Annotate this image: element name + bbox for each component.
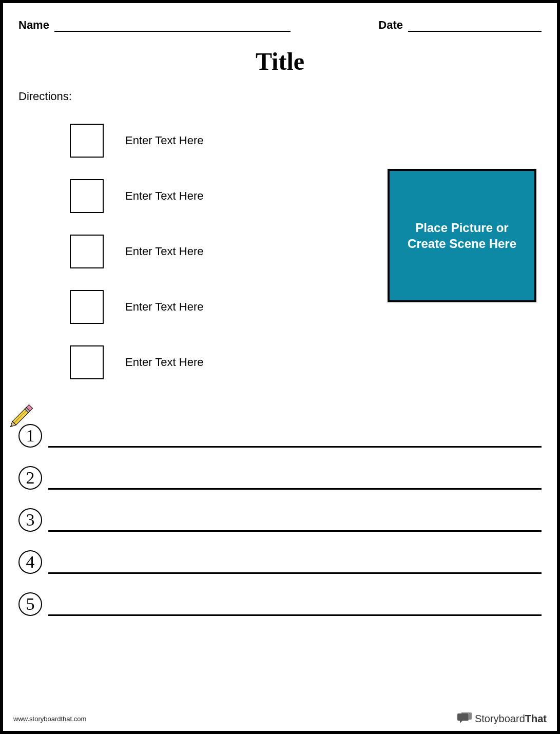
header-row: Name Date [18, 18, 542, 32]
speech-bubble-icon [457, 712, 472, 725]
worksheet-page: Name Date Title Directions: Enter Text H… [0, 0, 560, 734]
checklist-text[interactable]: Enter Text Here [125, 300, 203, 314]
numbered-line: 1 [18, 424, 542, 448]
line-number: 2 [18, 466, 42, 490]
numbered-line: 5 [18, 592, 542, 616]
mid-section: Enter Text Here Enter Text Here Enter Te… [18, 124, 542, 411]
checkbox[interactable] [70, 290, 104, 324]
checklist-text[interactable]: Enter Text Here [125, 189, 203, 203]
checklist-text[interactable]: Enter Text Here [125, 356, 203, 369]
name-field-group: Name [18, 18, 291, 32]
checklist-column: Enter Text Here Enter Text Here Enter Te… [70, 124, 203, 401]
checklist-row: Enter Text Here [70, 124, 203, 158]
checklist-row: Enter Text Here [70, 235, 203, 268]
line-number: 3 [18, 508, 42, 532]
checklist-text[interactable]: Enter Text Here [125, 134, 203, 147]
date-label: Date [378, 18, 403, 32]
date-input-line[interactable] [408, 22, 542, 32]
svg-line-3 [14, 411, 27, 423]
name-label: Name [18, 18, 49, 32]
line-number: 1 [18, 424, 42, 448]
write-line[interactable] [48, 470, 542, 490]
checkbox[interactable] [70, 179, 104, 213]
directions-label: Directions: [18, 90, 542, 103]
numbered-line: 3 [18, 508, 542, 532]
checklist-row: Enter Text Here [70, 290, 203, 324]
checkbox[interactable] [70, 124, 104, 158]
write-line[interactable] [48, 554, 542, 574]
line-number: 5 [18, 592, 42, 616]
name-input-line[interactable] [54, 22, 291, 32]
footer-brand: StoryboardThat [457, 712, 547, 725]
write-line[interactable] [48, 596, 542, 616]
footer: www.storyboardthat.com StoryboardThat [13, 712, 547, 725]
checkbox[interactable] [70, 345, 104, 379]
checklist-text[interactable]: Enter Text Here [125, 245, 203, 258]
checklist-row: Enter Text Here [70, 345, 203, 379]
checklist-row: Enter Text Here [70, 179, 203, 213]
checkbox[interactable] [70, 235, 104, 268]
numbered-line: 2 [18, 466, 542, 490]
write-line[interactable] [48, 512, 542, 532]
page-title: Title [18, 47, 542, 75]
write-line[interactable] [48, 428, 542, 448]
date-field-group: Date [378, 18, 542, 32]
footer-url: www.storyboardthat.com [13, 715, 86, 723]
brand-text: StoryboardThat [475, 713, 547, 725]
picture-placeholder[interactable]: Place Picture or Create Scene Here [388, 169, 536, 302]
line-number: 4 [18, 550, 42, 574]
numbered-lines-section: 1 2 3 4 5 [18, 424, 542, 634]
numbered-line: 4 [18, 550, 542, 574]
